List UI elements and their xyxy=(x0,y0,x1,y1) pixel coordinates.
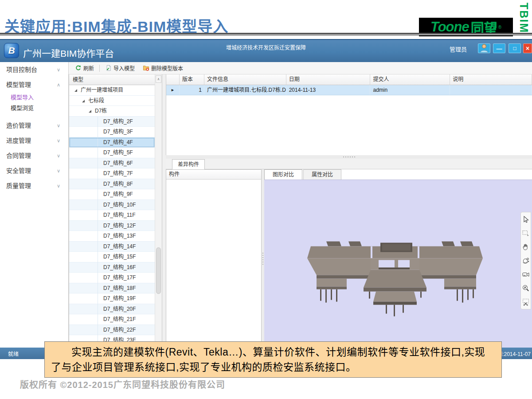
indent-guide xyxy=(98,262,98,273)
delete-version-button[interactable]: 删除模型版本 xyxy=(140,63,186,73)
user-button[interactable] xyxy=(478,43,490,53)
import-model-button[interactable]: 导入模型 xyxy=(102,63,137,73)
tool-orbit-button[interactable] xyxy=(521,255,530,266)
tab-graphic-compare[interactable]: 图形对比 xyxy=(264,169,302,180)
tree-row[interactable]: D7_结构_3F xyxy=(69,127,155,137)
cell-file-info: 广州一建增城项目.七标段.D7栋.D... xyxy=(204,85,286,95)
scroll-up-icon[interactable]: ∧ xyxy=(156,75,161,83)
tree-row-label: D7_结构_19F xyxy=(103,295,136,301)
panel-gap xyxy=(162,74,166,348)
tree-row[interactable]: D7_结构_9F xyxy=(69,189,155,200)
tree-row-label: D7_结构_10F xyxy=(103,202,136,208)
tree-row[interactable]: D7栋 xyxy=(69,106,155,117)
tree-row[interactable]: D7_结构_7F xyxy=(69,168,155,179)
close-button[interactable]: × xyxy=(523,43,532,53)
tree-row[interactable]: D7_结构_18F xyxy=(69,283,155,294)
tree-row[interactable]: D7_结构_13F xyxy=(69,231,155,242)
tool-select-button[interactable] xyxy=(521,214,530,225)
camera-icon xyxy=(522,270,530,278)
tree-row[interactable]: D7_结构_2F xyxy=(69,117,155,127)
scrollbar-thumb[interactable] xyxy=(156,247,161,294)
table-header-cell[interactable]: 日期 xyxy=(286,74,371,85)
select-icon xyxy=(522,215,530,223)
table-header-cell[interactable]: 说明 xyxy=(450,74,532,85)
table-header-row: 版本文件信息日期提交人说明 xyxy=(166,74,532,85)
tree-row[interactable]: D7_结构_5F xyxy=(69,148,155,158)
sidebar-item-label: 模型管理 xyxy=(6,81,31,88)
sidebar-item-4[interactable]: 造价管理∨ xyxy=(0,118,68,133)
indent-guide xyxy=(98,158,98,169)
tree-row[interactable]: D7_结构_11F xyxy=(69,210,155,221)
tree-row[interactable]: D7_结构_12F xyxy=(69,221,155,231)
pan-icon xyxy=(522,243,530,251)
viewport-3d[interactable] xyxy=(264,180,532,348)
tree-scrollbar[interactable]: ∧ xyxy=(155,74,162,347)
expander-icon[interactable] xyxy=(89,110,91,113)
tree-row[interactable]: D7_结构_16F xyxy=(69,262,155,273)
tree-row-label: D7_结构_13F xyxy=(103,233,136,239)
expander-icon[interactable] xyxy=(74,89,77,92)
cell-submitter: admin xyxy=(370,85,450,95)
maximize-button[interactable]: □ xyxy=(509,43,521,53)
table-header-cell[interactable]: 文件信息 xyxy=(204,74,286,85)
callout-box: 实现主流的建模软件(Revit、Tekla…)、算量计价软件、计划编制软件等专业… xyxy=(44,341,502,378)
sidebar-item-label: 进度管理 xyxy=(6,137,31,144)
sidebar-item-label: 质量管理 xyxy=(6,182,31,189)
tree-row[interactable]: D7_结构_14F xyxy=(69,242,155,252)
tool-zoom-extents-button[interactable] xyxy=(521,283,530,293)
tree-row-label: D7_结构_16F xyxy=(103,264,136,270)
bim-model-3d xyxy=(304,230,486,321)
splitter-grip xyxy=(343,156,355,157)
sidebar-item-8[interactable]: 质量管理∨ xyxy=(0,178,68,193)
tree-row-label: D7_结构_3F xyxy=(103,129,133,135)
toolbar-button-label: 刷新 xyxy=(83,64,94,72)
tool-pan-button[interactable] xyxy=(521,242,530,252)
chevron-down-icon: ∨ xyxy=(57,148,60,163)
indent-guide xyxy=(98,127,98,137)
horizontal-splitter[interactable] xyxy=(166,155,532,159)
sidebar-gap xyxy=(0,113,68,118)
tree-row-label: D7_结构_6F xyxy=(103,160,133,166)
sidebar-item-6[interactable]: 合同管理∨ xyxy=(0,148,68,163)
tree-row[interactable]: D7_结构_6F xyxy=(69,158,155,169)
sidebar-item-3[interactable]: 模型浏览 xyxy=(0,103,68,113)
indent-guide xyxy=(98,200,98,211)
tree-row[interactable]: D7_结构_19F xyxy=(69,293,155,304)
sidebar-item-1[interactable]: 模型管理∧ xyxy=(0,77,68,92)
minimize-button[interactable]: — xyxy=(493,43,505,53)
tree-row[interactable]: D7_结构_8F xyxy=(69,179,155,190)
tree-row[interactable]: D7_结构_22F xyxy=(69,325,155,336)
tree-row-label: D7_结构_4F xyxy=(103,139,133,145)
tree-row-label: D7_结构_15F xyxy=(103,254,136,260)
tool-section-button[interactable] xyxy=(521,297,530,307)
table-header-cell[interactable]: 提交人 xyxy=(370,74,450,85)
tree-row[interactable]: 广州一建增城项目 xyxy=(69,85,155,96)
slide: 关键应用:BIM集成-BIM模型导入 Toone 同望 ® TBIM B 广州一… xyxy=(0,0,532,399)
tool-camera-button[interactable] xyxy=(521,269,530,280)
app-title: 广州一建BIM协作平台 xyxy=(23,46,114,59)
tool-marquee-select-button[interactable] xyxy=(521,228,530,239)
user-label: 管理员 xyxy=(450,45,467,53)
tree-row[interactable]: D7_结构_10F xyxy=(69,200,155,211)
table-header-cell[interactable]: 版本 xyxy=(180,74,204,85)
tree-row[interactable]: 七标段 xyxy=(69,96,155,106)
marquee-select-icon xyxy=(522,229,530,237)
titlebar: B 广州一建BIM协作平台 增城经济技术开发区拆迁安置保障 管理员 — □ × xyxy=(0,39,532,62)
expander-icon[interactable] xyxy=(82,100,85,102)
tree-row[interactable]: D7_结构_17F xyxy=(69,273,155,283)
sidebar-item-0[interactable]: 项目控制台∨ xyxy=(0,62,68,77)
tree-row[interactable]: D7_结构_20F xyxy=(69,304,155,315)
tree-row[interactable]: D7_结构_15F xyxy=(69,252,155,262)
sidebar-item-5[interactable]: 进度管理∨ xyxy=(0,133,68,148)
sidebar-item-7[interactable]: 安全管理∨ xyxy=(0,163,68,178)
tree-row[interactable]: D7_结构_4F xyxy=(69,137,155,148)
refresh-button[interactable]: 刷新 xyxy=(72,63,97,73)
tree-rows: 广州一建增城项目七标段D7栋D7_结构_2FD7_结构_3FD7_结构_4FD7… xyxy=(69,85,155,347)
indent-guide xyxy=(98,117,98,127)
indent-guide xyxy=(98,283,98,294)
sidebar-item-2[interactable]: 模型导入 xyxy=(0,92,68,103)
tree-row[interactable]: D7_结构_21F xyxy=(69,314,155,325)
tab-diff-components[interactable]: 差异构件 xyxy=(172,159,205,169)
tab-property-compare[interactable]: 属性对比 xyxy=(303,169,341,180)
table-row[interactable]: ►1广州一建增城项目.七标段.D7栋.D...2014-11-13admin xyxy=(166,85,532,95)
